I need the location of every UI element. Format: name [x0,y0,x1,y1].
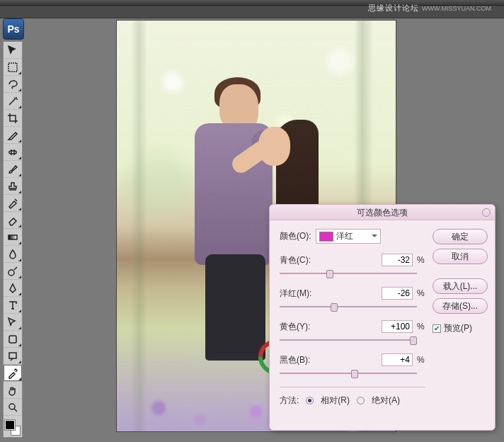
watermark-text: 思缘设计论坛 [368,4,419,12]
spot-heal-tool[interactable] [4,144,22,161]
cancel-button[interactable]: 取消 [433,249,488,264]
watermark-url: WWW.MISSYUAN.COM [422,5,491,12]
hand-tool[interactable] [4,382,22,399]
percent: % [417,255,425,265]
black-slider[interactable] [280,368,417,378]
absolute-label: 绝对(A) [372,395,400,407]
black-label: 黑色(B): [280,354,377,366]
lasso-tool[interactable] [4,76,22,93]
slice-tool[interactable] [4,127,22,144]
color-dropdown[interactable]: 洋红 [316,229,381,244]
watermark: 思缘设计论坛 WWW.MISSYUAN.COM [368,3,491,13]
svg-point-3 [8,270,14,276]
zoom-tool[interactable] [4,399,22,416]
svg-rect-2 [8,235,17,239]
percent: % [417,322,425,332]
cyan-label: 青色(C): [280,254,377,266]
dialog-titlebar[interactable]: 可选颜色选项 [270,205,495,220]
dropdown-arrow-icon [372,234,377,240]
app-logo-text: Ps [7,23,19,35]
dodge-tool[interactable] [4,263,22,280]
eyedropper-tool[interactable] [4,365,22,382]
svg-rect-1 [9,151,16,154]
marquee-tool[interactable] [4,59,22,76]
wand-tool[interactable] [4,93,22,110]
dialog-title: 可选颜色选项 [357,208,408,217]
percent: % [417,288,425,298]
color-name: 洋红 [336,230,353,242]
relative-label: 相对(R) [321,395,350,407]
toolbar [3,41,23,438]
divider [280,387,425,387]
path-tool[interactable] [4,314,22,331]
magenta-slider[interactable] [280,302,417,312]
preview-label: 预览(P) [444,322,472,334]
ok-button[interactable]: 确定 [433,229,488,244]
absolute-radio[interactable] [357,397,365,404]
app-logo: Ps [3,18,24,40]
black-input[interactable] [382,353,413,366]
svg-rect-5 [9,353,16,358]
eraser-tool[interactable] [4,212,22,229]
move-tool[interactable] [4,42,22,59]
type-tool[interactable] [4,297,22,314]
pen-tool[interactable] [4,280,22,297]
yellow-label: 黄色(Y): [280,321,377,333]
load-button[interactable]: 载入(L)... [433,278,488,294]
dialog-menu-icon[interactable] [482,208,491,217]
shape-tool[interactable] [4,331,22,348]
preview-checkbox[interactable]: ✔ [433,324,441,333]
yellow-slider[interactable] [280,335,417,345]
magenta-label: 洋红(M): [280,288,377,300]
svg-point-6 [9,404,15,409]
save-button[interactable]: 存储(S)... [433,298,488,314]
percent: % [417,355,425,365]
cyan-slider[interactable] [280,268,417,278]
selective-color-dialog: 可选颜色选项 颜色(O): 洋红 青色(C): % [269,204,496,431]
svg-rect-0 [8,63,17,72]
method-label: 方法: [280,395,299,407]
brush-tool[interactable] [4,161,22,178]
history-brush-tool[interactable] [4,195,22,212]
blur-tool[interactable] [4,246,22,263]
crop-tool[interactable] [4,110,22,127]
magenta-swatch-icon [319,232,333,242]
magenta-input[interactable] [382,287,413,300]
relative-radio[interactable] [306,397,314,404]
notes-tool[interactable] [4,348,22,365]
svg-rect-4 [9,336,16,343]
cyan-input[interactable] [382,254,413,266]
stamp-tool[interactable] [4,178,22,195]
gradient-tool[interactable] [4,229,22,246]
yellow-input[interactable] [382,320,413,333]
color-swatch[interactable] [4,419,22,437]
color-label: 颜色(O): [280,230,311,242]
